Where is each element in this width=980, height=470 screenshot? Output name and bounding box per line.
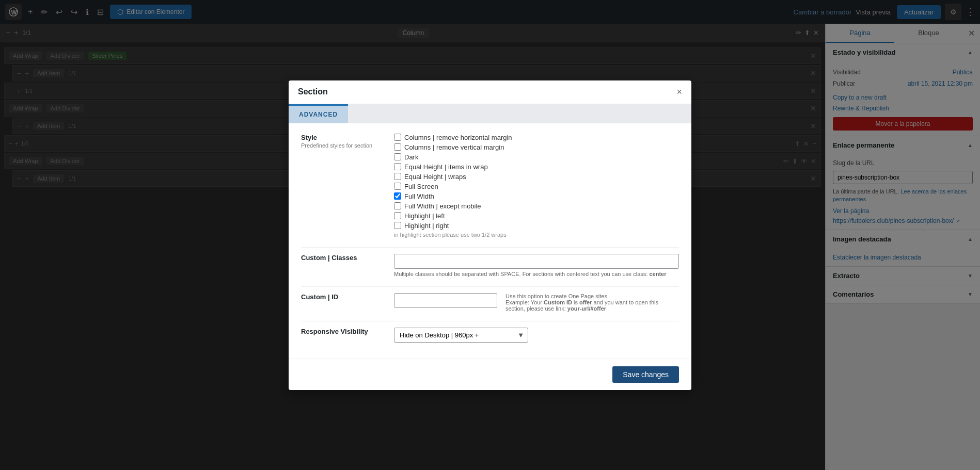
custom-classes-hint-text: Multiple classes should be separated wit… (394, 271, 647, 277)
custom-classes-hint-code: center (649, 271, 666, 277)
responsive-row: Responsive Visibility Hide on Desktop | … (301, 328, 679, 343)
responsive-select[interactable]: Hide on Desktop | 960px +Hide on TabletH… (394, 328, 528, 343)
checkbox-label-9: Highlight | left (404, 212, 445, 220)
style-sublabel: Predefined styles for section (301, 142, 394, 149)
checkbox-label-5: Equal Height | wraps (404, 173, 466, 181)
checkbox-label-10: Highlight | right (404, 222, 449, 230)
divider-2 (301, 286, 679, 287)
custom-classes-row: Custom | Classes Multiple classes should… (301, 254, 679, 277)
style-content: Columns | remove horizontal marginColumn… (394, 134, 679, 238)
checkbox-6[interactable] (394, 183, 401, 190)
checkbox-9[interactable] (394, 212, 401, 219)
modal-footer: Save changes (289, 359, 691, 390)
id-section: Use this option to create One Page sites… (394, 293, 679, 312)
id-hint2-code: offer (579, 299, 592, 305)
custom-id-label-col: Custom | ID (301, 293, 394, 312)
checkbox-4[interactable] (394, 163, 401, 170)
checkbox-item-9[interactable]: Highlight | left (394, 212, 679, 220)
checkbox-list: Columns | remove horizontal marginColumn… (394, 134, 679, 230)
highlight-hint: in highlight section please use two 1/2 … (394, 232, 679, 238)
modal-tab-advanced[interactable]: ADVANCED (289, 104, 348, 123)
checkbox-7[interactable] (394, 192, 401, 200)
divider-1 (301, 247, 679, 248)
custom-id-content: Use this option to create One Page sites… (394, 293, 679, 312)
checkbox-item-4[interactable]: Equal Height | items in wrap (394, 163, 679, 171)
checkbox-label-1: Columns | remove horizontal margin (404, 134, 512, 141)
save-changes-button[interactable]: Save changes (612, 366, 679, 383)
checkbox-1[interactable] (394, 134, 401, 141)
id-hint: Use this option to create One Page sites… (505, 293, 679, 312)
id-hint2-link: your-url/#offer (567, 305, 606, 312)
checkbox-item-10[interactable]: Highlight | right (394, 222, 679, 230)
id-hint2-pre: Example: Your (505, 299, 544, 305)
checkbox-5[interactable] (394, 173, 401, 180)
checkbox-item-3[interactable]: Dark (394, 153, 679, 161)
custom-classes-label: Custom | Classes (301, 254, 394, 262)
checkbox-item-1[interactable]: Columns | remove horizontal margin (394, 134, 679, 141)
modal-close-button[interactable]: × (676, 87, 682, 98)
checkbox-label-7: Full Width (404, 192, 434, 200)
id-hint2-bold: Custom ID (544, 299, 572, 305)
checkbox-item-5[interactable]: Equal Height | wraps (394, 173, 679, 181)
checkbox-8[interactable] (394, 202, 401, 209)
checkbox-10[interactable] (394, 222, 401, 229)
modal-header: Section × (289, 80, 691, 104)
checkbox-item-6[interactable]: Full Screen (394, 183, 679, 190)
section-modal: Section × ADVANCED Style Predefined styl… (289, 80, 691, 390)
modal-tab-bar: ADVANCED (289, 104, 691, 123)
checkbox-item-8[interactable]: Full Width | except mobile (394, 202, 679, 210)
custom-classes-hint: Multiple classes should be separated wit… (394, 271, 679, 277)
checkbox-item-2[interactable]: Columns | remove vertical margin (394, 143, 679, 151)
checkbox-label-6: Full Screen (404, 183, 438, 190)
checkbox-label-3: Dark (404, 153, 418, 161)
custom-classes-content: Multiple classes should be separated wit… (394, 254, 679, 277)
custom-classes-label-col: Custom | Classes (301, 254, 394, 277)
id-hint-text: Use this option to create One Page sites… (505, 293, 609, 299)
responsive-label-col: Responsive Visibility (301, 328, 394, 343)
id-hint2-mid: is (574, 299, 579, 305)
checkbox-label-8: Full Width | except mobile (404, 202, 481, 210)
responsive-content: Hide on Desktop | 960px +Hide on TabletH… (394, 328, 679, 343)
responsive-dropdown-wrap: Hide on Desktop | 960px +Hide on TabletH… (394, 328, 528, 343)
style-form-row: Style Predefined styles for section Colu… (301, 134, 679, 238)
modal-overlay: Section × ADVANCED Style Predefined styl… (0, 0, 980, 470)
checkbox-item-7[interactable]: Full Width (394, 192, 679, 200)
modal-title: Section (298, 87, 328, 96)
custom-id-label: Custom | ID (301, 293, 394, 301)
responsive-label: Responsive Visibility (301, 328, 394, 335)
style-label-col: Style Predefined styles for section (301, 134, 394, 238)
checkbox-label-4: Equal Height | items in wrap (404, 163, 488, 171)
divider-3 (301, 321, 679, 321)
style-label: Style (301, 134, 394, 141)
custom-id-row: Custom | ID Use this option to create On… (301, 293, 679, 312)
checkbox-3[interactable] (394, 153, 401, 160)
checkbox-label-2: Columns | remove vertical margin (404, 143, 504, 151)
checkbox-2[interactable] (394, 143, 401, 151)
custom-id-input[interactable] (394, 293, 497, 308)
custom-classes-input[interactable] (394, 254, 679, 269)
modal-body: Style Predefined styles for section Colu… (289, 123, 691, 359)
